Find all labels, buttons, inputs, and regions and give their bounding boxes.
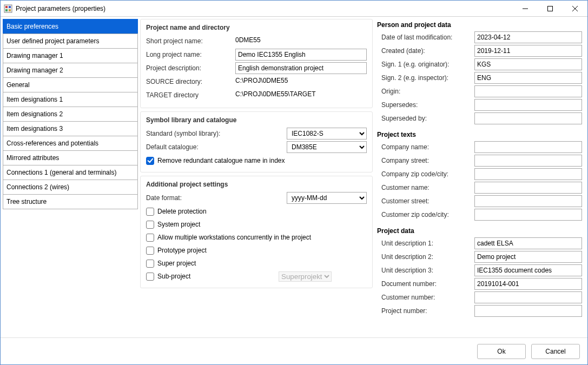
- project-texts-title: Project texts: [377, 131, 582, 138]
- system-project-checkbox[interactable]: [146, 221, 154, 229]
- document-number-input[interactable]: [474, 278, 582, 290]
- cancel-button[interactable]: Cancel: [531, 344, 580, 359]
- project-description-input[interactable]: [235, 62, 367, 74]
- super-project-select: Superprojekt: [279, 271, 332, 282]
- sidebar-item-connections-1[interactable]: Connections 1 (general and terminals): [3, 165, 138, 180]
- unit2-input[interactable]: [474, 251, 582, 263]
- unit3-input[interactable]: [474, 264, 582, 276]
- remove-redundant-checkbox[interactable]: [146, 157, 154, 165]
- left-column: Project name and directory Short project…: [140, 19, 373, 335]
- delete-protection-checkbox[interactable]: [146, 208, 154, 216]
- sidebar: Basic preferences User defined project p…: [3, 19, 138, 335]
- sidebar-item-item-designations-2[interactable]: Item designations 2: [3, 107, 138, 122]
- project-number-label: Project number:: [377, 307, 474, 315]
- created-date-label: Created (date):: [377, 47, 474, 55]
- customer-street-label: Customer street:: [377, 197, 474, 205]
- remove-redundant-label: Remove redundant catalogue name in index: [157, 157, 285, 164]
- supersedes-label: Supersedes:: [377, 101, 474, 109]
- prototype-project-label: Prototype project: [157, 247, 207, 254]
- customer-name-input[interactable]: [474, 182, 582, 194]
- date-format-label: Date format:: [146, 194, 287, 202]
- minimize-button[interactable]: [513, 1, 538, 16]
- company-street-input[interactable]: [474, 155, 582, 167]
- date-modification-input[interactable]: [474, 31, 582, 43]
- project-description-label: Project description:: [146, 64, 235, 72]
- ok-button[interactable]: Ok: [477, 344, 526, 359]
- company-name-input[interactable]: [474, 141, 582, 153]
- sign1-label: Sign. 1 (e.g. originator):: [377, 61, 474, 68]
- sub-project-checkbox[interactable]: [146, 273, 154, 281]
- group-title: Symbol library and catalogue: [146, 116, 367, 124]
- sidebar-item-item-designations-3[interactable]: Item designations 3: [3, 121, 138, 136]
- maximize-button[interactable]: [538, 1, 563, 16]
- standard-library-select[interactable]: IEC1082-S: [287, 128, 367, 140]
- sign1-input[interactable]: [474, 58, 582, 70]
- sidebar-item-user-defined[interactable]: User defined project parameters: [3, 34, 138, 49]
- window-title: Project parameters (properties): [16, 5, 513, 12]
- standard-library-label: Standard (symbol library):: [146, 130, 287, 137]
- sidebar-item-item-designations-1[interactable]: Item designations 1: [3, 92, 138, 107]
- short-project-name-label: Short project name:: [146, 37, 235, 45]
- sidebar-item-general[interactable]: General: [3, 77, 138, 92]
- sidebar-item-cross-references[interactable]: Cross-references and potentials: [3, 136, 138, 151]
- svg-rect-6: [548, 6, 553, 11]
- unit2-label: Unit description 2:: [377, 253, 474, 261]
- sidebar-item-drawing-manager-2[interactable]: Drawing manager 2: [3, 63, 138, 78]
- company-street-label: Company street:: [377, 157, 474, 164]
- customer-street-input[interactable]: [474, 195, 582, 207]
- unit1-input[interactable]: [474, 237, 582, 249]
- date-modification-label: Date of last modification:: [377, 34, 474, 41]
- content: Project name and directory Short project…: [140, 19, 585, 335]
- default-catalogue-select[interactable]: DM385E: [287, 141, 367, 153]
- sidebar-item-tree-structure[interactable]: Tree structure: [3, 194, 138, 209]
- svg-rect-1: [5, 6, 8, 8]
- sub-project-label: Sub-project: [157, 273, 275, 280]
- body: Basic preferences User defined project p…: [1, 17, 587, 337]
- origin-input[interactable]: [474, 85, 582, 97]
- company-zip-label: Company zip code/city:: [377, 170, 474, 178]
- allow-multiple-label: Allow multiple workstations concurrently…: [157, 234, 311, 241]
- customer-zip-label: Customer zip code/city:: [377, 211, 474, 218]
- unit1-label: Unit description 1:: [377, 240, 474, 247]
- svg-rect-2: [9, 6, 11, 8]
- prototype-project-checkbox[interactable]: [146, 247, 154, 255]
- super-project-checkbox[interactable]: [146, 260, 154, 268]
- supersedes-input[interactable]: [474, 99, 582, 111]
- group-name-directory: Project name and directory Short project…: [140, 19, 373, 108]
- sidebar-item-basic-preferences[interactable]: Basic preferences: [3, 19, 138, 34]
- svg-rect-3: [5, 9, 8, 11]
- sidebar-item-mirrored-attributes[interactable]: Mirrored attributes: [3, 150, 138, 165]
- long-project-name-input[interactable]: [235, 49, 367, 61]
- footer: Ok Cancel: [1, 337, 587, 364]
- group-title: Additional project settings: [146, 181, 367, 188]
- sidebar-item-connections-2[interactable]: Connections 2 (wires): [3, 180, 138, 195]
- window: Project parameters (properties) Basic pr…: [0, 0, 588, 365]
- customer-number-input[interactable]: [474, 291, 582, 303]
- customer-zip-input[interactable]: [474, 209, 582, 221]
- group-symbol-library: Symbol library and catalogue Standard (s…: [140, 111, 373, 172]
- date-format-select[interactable]: yyyy-MM-dd: [287, 192, 367, 204]
- created-date-input[interactable]: [474, 45, 582, 57]
- superseded-by-label: Superseded by:: [377, 115, 474, 122]
- titlebar: Project parameters (properties): [1, 1, 587, 17]
- close-button[interactable]: [563, 1, 587, 16]
- allow-multiple-checkbox[interactable]: [146, 234, 154, 242]
- sidebar-item-drawing-manager-1[interactable]: Drawing manager 1: [3, 48, 138, 63]
- origin-label: Origin:: [377, 88, 474, 95]
- document-number-label: Document number:: [377, 280, 474, 288]
- default-catalogue-label: Default catalogue:: [146, 143, 287, 151]
- target-directory-label: TARGET directory: [146, 91, 235, 99]
- app-icon: [4, 4, 12, 13]
- target-directory-value: C:\PROJ\0DME55\TARGET: [235, 89, 367, 101]
- project-number-input[interactable]: [474, 305, 582, 317]
- customer-name-label: Customer name:: [377, 184, 474, 191]
- company-name-label: Company name:: [377, 143, 474, 151]
- person-project-title: Person and project data: [377, 21, 582, 29]
- right-column: Person and project data Date of last mod…: [377, 19, 585, 335]
- sign2-label: Sign. 2 (e.g. inspector):: [377, 74, 474, 82]
- superseded-by-input[interactable]: [474, 112, 582, 124]
- project-data-title: Project data: [377, 227, 582, 235]
- company-zip-input[interactable]: [474, 168, 582, 180]
- long-project-name-label: Long project name:: [146, 51, 235, 58]
- sign2-input[interactable]: [474, 72, 582, 84]
